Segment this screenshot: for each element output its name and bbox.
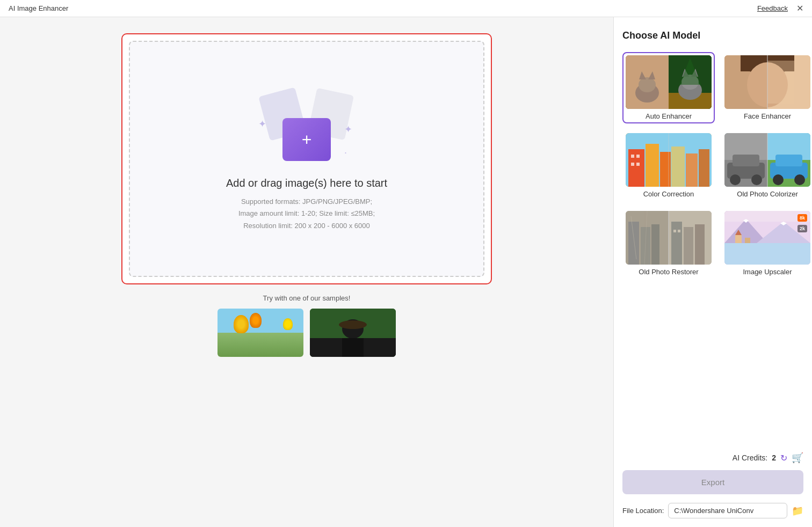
svg-point-41 [730,174,741,185]
svg-rect-34 [631,163,634,166]
color-correction-svg [626,133,712,187]
credits-count: 2 [772,453,776,462]
svg-point-3 [339,320,367,329]
model-label-colorizer: Old Photo Colorizer [737,190,798,198]
main-layout: + ✦ ✦ · Add or drag image(s) here to sta… [0,17,812,527]
sample-thumb-woman[interactable] [310,309,396,357]
model-card-restorer[interactable]: Old Photo Restorer [622,208,715,279]
svg-rect-57 [671,222,682,265]
svg-rect-40 [733,155,759,166]
svg-rect-4 [342,338,364,357]
folder-plus-icon: + [302,131,312,148]
dropzone-subtitle: Supported formats: JPG/PNG/JPEG/BMP; Ima… [238,196,375,231]
svg-point-7 [639,77,656,92]
svg-rect-29 [671,147,685,187]
svg-rect-28 [660,152,671,187]
balloon3 [283,318,293,330]
dropzone-wrapper[interactable]: + ✦ ✦ · Add or drag image(s) here to sta… [121,33,492,284]
auto-right-svg [669,55,712,109]
model-label-color: Color Correction [643,190,694,198]
balloon2 [250,313,262,328]
refresh-icon[interactable]: ↻ [780,453,787,463]
svg-rect-61 [678,230,680,232]
sparkle-icon-tl: ✦ [258,118,266,130]
colorizer-svg [724,133,810,187]
panel-spacer [622,290,803,452]
svg-rect-27 [646,144,659,187]
file-location-select[interactable]: C:\Wondershare UniConv [668,503,787,518]
svg-rect-51 [628,222,639,265]
badge-8k: 8k [798,214,807,222]
svg-rect-59 [695,224,705,265]
svg-rect-23 [767,61,794,104]
auto-left-svg [626,55,669,109]
svg-rect-68 [724,243,810,265]
folder-icon: + [282,118,331,161]
auto-left [626,55,669,109]
samples-label: Try with one of our samples! [263,294,351,302]
svg-rect-30 [686,153,698,187]
sample-thumb-balloons[interactable] [218,309,303,357]
model-card-auto[interactable]: Auto Enhancer [622,52,715,123]
model-thumb-color [626,133,712,187]
sparkle-icon-br: · [344,147,347,158]
file-location-row: File Location: C:\Wondershare UniConv 📁 [622,503,803,518]
badge-2k: 2k [798,225,807,232]
credits-label: AI Credits: [733,453,767,462]
model-label-restorer: Old Photo Restorer [639,268,698,276]
svg-rect-53 [651,224,659,265]
svg-rect-69 [735,235,742,243]
model-thumb-upscaler: 8k 2k [724,211,810,265]
app-title: AI Image Enhancer [9,4,68,12]
samples-row [218,309,396,357]
credits-row: AI Credits: 2 ↻ 🛒 [622,452,803,464]
svg-rect-60 [673,230,676,232]
titlebar: AI Image Enhancer Feedback ✕ [0,0,812,17]
cart-icon[interactable]: 🛒 [792,452,803,464]
balloon1 [234,315,249,333]
close-button[interactable]: ✕ [796,4,803,13]
sparkle-icon-tr: ✦ [344,123,352,135]
dropzone-subtitle-line2: Image amount limit: 1-20; Size limit: ≤2… [238,209,375,217]
file-location-label: File Location: [622,507,664,515]
woman-silhouette-svg [310,309,396,357]
titlebar-actions: Feedback ✕ [757,4,803,13]
right-panel: Choose AI Model [613,17,812,527]
svg-rect-46 [775,155,802,166]
model-card-color[interactable]: Color Correction [622,130,715,201]
dropzone-inner[interactable]: + ✦ ✦ · Add or drag image(s) here to sta… [129,41,484,277]
dropzone-icon-area: + ✦ ✦ · [264,91,350,161]
svg-point-48 [794,174,805,185]
export-button[interactable]: Export [622,470,803,494]
restorer-svg [626,211,712,265]
samples-section: Try with one of our samples! [218,294,396,357]
svg-rect-32 [631,155,634,158]
model-thumb-restorer [626,211,712,265]
model-thumb-auto [626,55,712,109]
svg-point-47 [773,174,784,185]
svg-rect-58 [684,227,693,265]
svg-rect-31 [699,149,709,187]
model-card-upscaler[interactable]: 8k 2k Image Upscaler [721,208,812,279]
model-card-face[interactable]: Face Enhancer [721,52,812,123]
model-label-auto: Auto Enhancer [646,112,692,120]
dropzone-title: Add or drag image(s) here to start [226,177,387,189]
model-grid: Auto Enhancer [622,52,803,279]
feedback-link[interactable]: Feedback [757,4,788,12]
svg-rect-33 [636,155,640,158]
content-area: + ✦ ✦ · Add or drag image(s) here to sta… [0,17,613,527]
model-label-upscaler: Image Upscaler [743,268,792,276]
svg-rect-71 [745,238,750,243]
model-thumb-face [724,55,810,109]
svg-rect-35 [636,163,640,166]
auto-right [669,55,712,109]
dropzone-subtitle-line3: Resolution limit: 200 x 200 - 6000 x 600… [243,222,370,230]
panel-title: Choose AI Model [622,30,803,41]
svg-point-42 [751,174,762,185]
face-svg [724,55,810,109]
model-card-colorizer[interactable]: Old Photo Colorizer [721,130,812,201]
model-label-face: Face Enhancer [744,112,791,120]
folder-open-icon[interactable]: 📁 [792,505,803,517]
dropzone-subtitle-line1: Supported formats: JPG/PNG/JPEG/BMP; [241,197,372,206]
model-thumb-colorizer [724,133,810,187]
